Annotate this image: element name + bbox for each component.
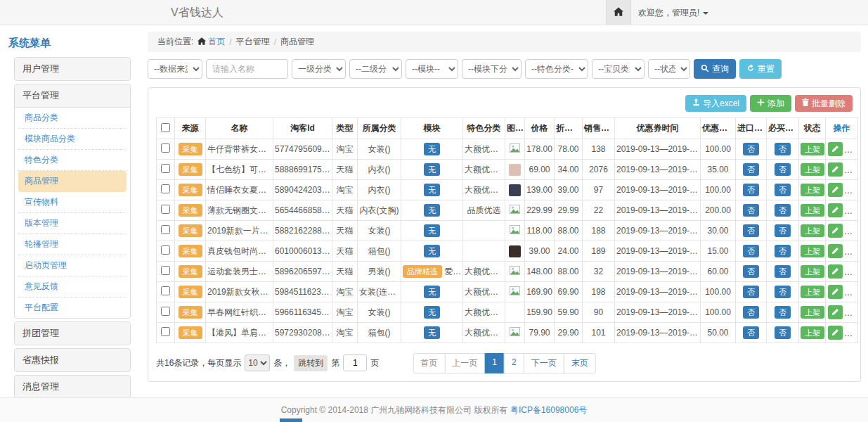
sidebar-subitem[interactable]: 特色分类: [18, 150, 127, 171]
module-badge[interactable]: 无: [424, 224, 440, 237]
name-search-input[interactable]: [206, 59, 288, 79]
page-button[interactable]: 上一页: [444, 353, 485, 373]
import-select-badge[interactable]: 否: [743, 265, 759, 278]
row-checkbox[interactable]: [161, 245, 170, 255]
sidebar-subitem[interactable]: 意见反馈: [18, 276, 127, 298]
status-badge[interactable]: 上架: [801, 184, 824, 196]
icp-link[interactable]: 粤ICP备16098006号: [510, 404, 587, 416]
reset-button[interactable]: 重置: [739, 59, 782, 79]
module-badge[interactable]: 无: [424, 286, 440, 298]
sidebar-subitem[interactable]: 版本管理: [18, 213, 127, 234]
sidebar-subitem[interactable]: 轮播管理: [18, 234, 127, 255]
row-checkbox[interactable]: [161, 225, 170, 234]
feature-category-select[interactable]: --特色分类--: [525, 59, 588, 79]
must-buy-badge[interactable]: 否: [775, 224, 791, 237]
sidebar-group[interactable]: 省惠快报: [14, 348, 131, 372]
row-checkbox[interactable]: [161, 205, 170, 214]
add-button[interactable]: 添加: [750, 95, 791, 112]
sidebar-subitem[interactable]: 模块商品分类: [18, 129, 127, 150]
import-select-badge[interactable]: 否: [743, 245, 759, 257]
module-select[interactable]: --模块--: [406, 59, 458, 79]
sidebar-subitem[interactable]: 商品管理: [18, 171, 127, 192]
import-select-badge[interactable]: 否: [743, 286, 759, 298]
page-button[interactable]: 首页: [413, 353, 445, 373]
status-badge[interactable]: 上架: [801, 143, 824, 155]
module-badge[interactable]: 品牌精选: [403, 265, 442, 278]
data-source-select[interactable]: --数据来源--: [148, 59, 202, 79]
breadcrumb-home-link[interactable]: 首页: [197, 36, 225, 48]
status-badge[interactable]: 上架: [801, 306, 824, 319]
per-page-select[interactable]: 10: [245, 354, 270, 371]
sidebar-subitem[interactable]: 启动页管理: [18, 255, 127, 276]
status-badge[interactable]: 上架: [801, 265, 824, 278]
must-buy-badge[interactable]: 否: [775, 184, 791, 196]
search-button[interactable]: 查询: [694, 59, 736, 79]
must-buy-badge[interactable]: 否: [775, 204, 791, 217]
must-buy-badge[interactable]: 否: [775, 306, 791, 319]
status-badge[interactable]: 上架: [801, 163, 824, 176]
import-select-badge[interactable]: 否: [743, 184, 759, 196]
edit-button[interactable]: [828, 162, 843, 177]
page-button[interactable]: 2: [504, 353, 524, 373]
must-buy-badge[interactable]: 否: [775, 265, 791, 278]
row-checkbox[interactable]: [161, 327, 170, 336]
page-button[interactable]: 1: [484, 353, 505, 373]
import-excel-button[interactable]: 导入excel: [685, 95, 746, 112]
row-checkbox[interactable]: [161, 164, 170, 173]
status-badge[interactable]: 上架: [801, 224, 824, 237]
edit-button[interactable]: [828, 224, 843, 238]
jump-page-input[interactable]: [343, 354, 367, 371]
jump-button[interactable]: 跳转到: [294, 355, 328, 371]
must-buy-badge[interactable]: 否: [775, 163, 791, 176]
sidebar-group-user-mgmt[interactable]: 用户管理: [14, 57, 131, 81]
module-badge[interactable]: 无: [424, 143, 440, 155]
batch-delete-button[interactable]: 批量删除: [795, 95, 853, 112]
import-select-badge[interactable]: 否: [743, 163, 759, 176]
edit-button[interactable]: [828, 183, 843, 197]
module-sub-select[interactable]: --模块下分类--: [462, 59, 522, 79]
status-badge[interactable]: 上架: [801, 326, 824, 339]
sidebar-group-platform-mgmt[interactable]: 平台管理: [15, 84, 130, 108]
edit-button[interactable]: [828, 326, 843, 340]
sidebar-subitem[interactable]: 宣传物料: [18, 192, 127, 213]
module-badge[interactable]: 无: [424, 326, 440, 339]
row-checkbox[interactable]: [161, 307, 170, 316]
must-buy-badge[interactable]: 否: [775, 326, 791, 339]
must-buy-badge[interactable]: 否: [775, 245, 791, 257]
must-buy-badge[interactable]: 否: [775, 143, 791, 155]
edit-button[interactable]: [828, 264, 843, 279]
edit-button[interactable]: [828, 244, 843, 258]
must-buy-badge[interactable]: 否: [775, 286, 791, 298]
import-select-badge[interactable]: 否: [743, 306, 759, 319]
import-select-badge[interactable]: 否: [743, 204, 759, 217]
status-badge[interactable]: 上架: [801, 245, 824, 257]
module-badge[interactable]: 无: [424, 306, 440, 319]
level2-category-select[interactable]: --二级分类--: [349, 59, 402, 79]
module-badge[interactable]: 无: [424, 184, 440, 196]
row-checkbox[interactable]: [161, 184, 170, 193]
module-badge[interactable]: 无: [424, 163, 440, 176]
row-checkbox[interactable]: [161, 286, 170, 295]
select-all-checkbox[interactable]: [161, 123, 170, 132]
edit-button[interactable]: [828, 305, 843, 319]
module-badge[interactable]: 无: [424, 204, 440, 217]
module-badge[interactable]: 无: [424, 245, 440, 257]
level1-category-select[interactable]: 一级分类: [292, 59, 346, 79]
status-select[interactable]: --状态--: [648, 59, 690, 79]
edit-button[interactable]: [828, 203, 843, 217]
item-type-select[interactable]: --宝贝类型--: [592, 59, 644, 79]
sidebar-group[interactable]: 拼团管理: [14, 321, 131, 345]
status-badge[interactable]: 上架: [801, 286, 824, 298]
sidebar-subitem[interactable]: 商品分类: [18, 108, 127, 129]
edit-button[interactable]: [828, 285, 843, 299]
status-badge[interactable]: 上架: [801, 204, 824, 217]
import-select-badge[interactable]: 否: [743, 224, 759, 237]
row-checkbox[interactable]: [161, 266, 170, 275]
sidebar-subitem[interactable]: 平台配置: [18, 298, 127, 318]
import-select-badge[interactable]: 否: [743, 326, 759, 339]
import-select-badge[interactable]: 否: [743, 143, 759, 155]
row-checkbox[interactable]: [161, 143, 170, 153]
page-button[interactable]: 下一页: [524, 353, 564, 373]
user-menu[interactable]: 欢迎您，管理员!: [638, 0, 708, 25]
edit-button[interactable]: [828, 142, 843, 156]
